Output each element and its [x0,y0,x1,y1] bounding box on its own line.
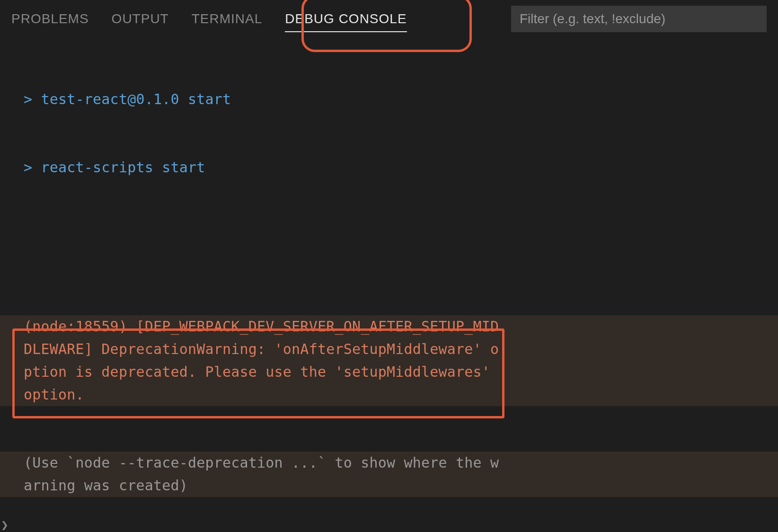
console-warning: (node:18559) [DEP_WEBPACK_DEV_SERVER_ON_… [24,315,502,406]
tab-problems[interactable]: PROBLEMS [11,2,89,36]
console-line: > react-scripts start [24,156,502,179]
tab-debug-console[interactable]: DEBUG CONSOLE [285,2,407,36]
console-hint: (Use `node --trace-deprecation ...` to s… [24,452,502,497]
tab-terminal[interactable]: TERMINAL [192,2,263,36]
panel-tab-bar: PROBLEMS OUTPUT TERMINAL DEBUG CONSOLE [0,0,778,38]
debug-console-output: > test-react@0.1.0 start > react-scripts… [0,38,778,532]
filter-input[interactable] [511,6,767,32]
filter-container [511,6,767,32]
console-line: > test-react@0.1.0 start [24,88,502,111]
repl-prompt-icon[interactable]: ❯ [1,518,9,532]
tab-output[interactable]: OUTPUT [112,2,169,36]
